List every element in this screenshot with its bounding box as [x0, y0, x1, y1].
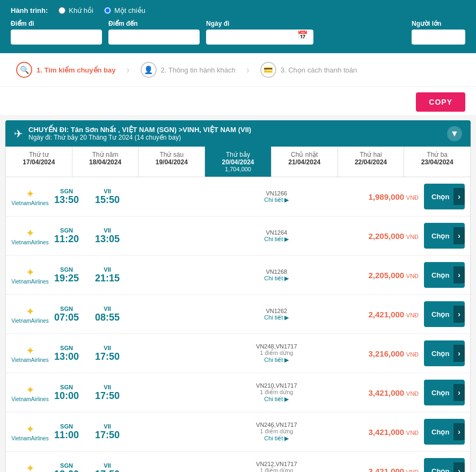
- chon-button-1[interactable]: Chọn ›: [424, 223, 465, 249]
- dep-code-0: SGN: [54, 188, 79, 194]
- chon-button-2[interactable]: Chọn ›: [424, 262, 465, 288]
- flight-row-0: ✦ VietnamAirlines SGN 13:50 VII 15:50 VN…: [6, 177, 470, 216]
- chon-button-3[interactable]: Chọn ›: [424, 301, 465, 327]
- dep-time-5: 10:00: [54, 390, 79, 402]
- diem-di-group: Điểm đi SGN: [11, 20, 102, 45]
- arr-code-2: VII: [95, 266, 120, 273]
- arr-time-3: 08:55: [95, 312, 120, 323]
- airline-name-2: VietnamAirlines: [11, 279, 49, 285]
- day-date: 23/04/2024: [406, 158, 468, 166]
- nguoi-lon-input[interactable]: 1: [412, 30, 465, 45]
- airline-emblem-7: ✦: [11, 462, 49, 473]
- day-name: Chủ nhật: [274, 151, 335, 158]
- flight-times-0: SGN 13:50 VII 15:50: [54, 188, 199, 206]
- date-tab-4[interactable]: Chủ nhật 21/04/2024: [272, 147, 338, 177]
- chon-label-3: Chọn: [431, 310, 453, 318]
- khu-hoi-input[interactable]: [58, 7, 65, 14]
- flight-no-4: VN248,VN1717: [204, 343, 349, 350]
- step2-label: 2. Thông tin hành khách: [161, 66, 236, 74]
- dep-time-1: 11:20: [54, 234, 79, 245]
- copy-button[interactable]: COPY: [416, 92, 465, 112]
- airline-logo-0: ✦ VietnamAirlines: [11, 187, 49, 206]
- dep-endpoint-3: SGN 07:05: [54, 306, 79, 323]
- chi-tiet-2[interactable]: Chi tiết ▶: [204, 275, 349, 282]
- date-tab-5[interactable]: Thứ hai 22/04/2024: [338, 147, 405, 177]
- arr-endpoint-6: VII 17:50: [95, 423, 120, 441]
- flight-details-3: VN1262 Chi tiết ▶: [204, 308, 349, 321]
- mot-chieu-label: Một chiều: [114, 6, 145, 14]
- chon-label-5: Chọn: [431, 389, 453, 397]
- flight-times-5: SGN 10:00 VII 17:50: [54, 384, 199, 402]
- day-name: Thứ năm: [75, 151, 136, 158]
- chi-tiet-1[interactable]: Chi tiết ▶: [204, 236, 349, 243]
- price-amount-4: 3,216,000: [368, 349, 404, 358]
- date-tab-0[interactable]: Thứ tư 17/04/2024: [6, 147, 72, 177]
- chon-arrow-4: ›: [453, 345, 465, 362]
- dep-time-2: 19:25: [54, 273, 79, 284]
- arr-time-1: 13:05: [95, 234, 120, 245]
- progress-arrow-1: ›: [127, 64, 130, 76]
- flight-price-3: 2,421,000 VNĐ: [354, 310, 419, 319]
- day-date: 17/04/2024: [8, 158, 70, 166]
- mot-chieu-input[interactable]: [104, 7, 111, 14]
- chon-arrow-3: ›: [453, 306, 465, 323]
- chon-label-1: Chọn: [431, 232, 453, 240]
- chon-arrow-2: ›: [453, 266, 465, 284]
- search-fields: Điểm đi SGN Điểm đến VII Ngày đi 20/04/2…: [11, 20, 465, 45]
- flight-no-0: VN1266: [204, 190, 349, 197]
- chi-tiet-5[interactable]: Chi tiết ▶: [204, 396, 349, 403]
- chon-label-0: Chọn: [431, 193, 453, 201]
- flight-price-6: 3,421,000 VNĐ: [354, 427, 419, 437]
- dep-time-3: 07:05: [54, 312, 79, 323]
- flight-no-1: VN1264: [204, 229, 349, 236]
- arr-endpoint-3: VII 08:55: [95, 306, 120, 323]
- airline-emblem-4: ✦: [11, 344, 49, 357]
- arr-code-7: VII: [95, 462, 120, 469]
- flight-no-2: VN1268: [204, 268, 349, 275]
- airline-emblem-3: ✦: [11, 305, 49, 318]
- chon-button-6[interactable]: Chọn ›: [424, 419, 465, 445]
- diem-den-input[interactable]: VII: [108, 30, 200, 45]
- price-currency-6: VNĐ: [406, 430, 419, 436]
- chon-button-5[interactable]: Chọn ›: [424, 380, 465, 405]
- chon-arrow-0: ›: [453, 188, 465, 205]
- mot-chieu-radio[interactable]: Một chiều: [104, 6, 145, 14]
- khu-hoi-label: Khứ hồi: [69, 6, 93, 14]
- day-date: 21/04/2024: [274, 158, 335, 166]
- chon-button-4[interactable]: Chọn ›: [424, 340, 465, 366]
- dep-code-2: SGN: [54, 266, 79, 273]
- arr-endpoint-0: VII 15:50: [95, 188, 120, 206]
- diem-di-input[interactable]: SGN: [11, 30, 102, 45]
- chi-tiet-0[interactable]: Chi tiết ▶: [204, 197, 349, 204]
- chi-tiet-3[interactable]: Chi tiết ▶: [204, 314, 349, 321]
- dep-code-7: SGN: [54, 462, 79, 469]
- date-tab-3[interactable]: Thứ bảy 20/04/2024 1,704,000: [205, 147, 272, 177]
- chon-button-0[interactable]: Chọn ›: [424, 184, 465, 209]
- chevron-button[interactable]: ▼: [447, 126, 462, 141]
- date-tab-2[interactable]: Thứ sáu 19/04/2024: [138, 147, 205, 177]
- step3-label: 3. Chọn cách thanh toán: [281, 66, 357, 74]
- calendar-icon[interactable]: 📅: [297, 30, 308, 40]
- flight-price-0: 1,989,000 VNĐ: [354, 192, 419, 201]
- day-date: 18/04/2024: [75, 158, 136, 166]
- flight-list: ✦ VietnamAirlines SGN 13:50 VII 15:50 VN…: [5, 177, 471, 472]
- flight-details-5: VN210,VN1717 1 điểm dừng Chi tiết ▶: [204, 382, 349, 403]
- date-tab-6[interactable]: Thứ ba 23/04/2024: [404, 147, 470, 177]
- flight-row-6: ✦ VietnamAirlines SGN 11:00 VII 17:50 VN…: [6, 412, 470, 452]
- price-currency-7: VNĐ: [406, 469, 419, 473]
- dep-time-0: 13:50: [54, 194, 79, 206]
- chi-tiet-6[interactable]: Chi tiết ▶: [204, 435, 349, 442]
- date-tab-1[interactable]: Thứ năm 18/04/2024: [72, 147, 139, 177]
- chi-tiet-4[interactable]: Chi tiết ▶: [204, 357, 349, 364]
- dep-endpoint-6: SGN 11:00: [54, 423, 79, 441]
- progress-step-3: 💳 3. Chọn cách thanh toán: [260, 62, 357, 78]
- airline-name-1: VietnamAirlines: [11, 239, 49, 245]
- day-name: Thứ ba: [406, 151, 468, 158]
- dep-endpoint-7: SGN 12:00: [54, 462, 79, 473]
- chon-button-7[interactable]: Chọn ›: [424, 458, 465, 472]
- price-amount-6: 3,421,000: [368, 427, 404, 437]
- arr-endpoint-7: VII 17:50: [95, 462, 120, 473]
- route-text: CHUYẾN ĐI: Tân Sơn Nhất , VIỆT NAM (SGN)…: [28, 126, 251, 134]
- khu-hoi-radio[interactable]: Khứ hồi: [58, 6, 93, 14]
- progress-step-2: 👤 2. Thông tin hành khách: [141, 62, 236, 78]
